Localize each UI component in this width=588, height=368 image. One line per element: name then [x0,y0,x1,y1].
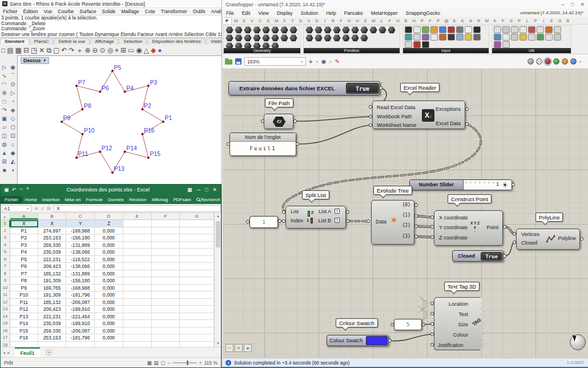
cell-D9[interactable]: 0,000 [95,277,123,285]
port-excel-data[interactable]: Excel Data [436,121,461,126]
port-list-b[interactable]: List B [318,218,331,223]
component-icon[interactable] [360,26,368,34]
gh-menu-pancake[interactable]: Pancake [340,10,367,17]
cell-B8[interactable]: 185,132 [38,270,67,278]
component-icon[interactable] [413,34,421,41]
component-icon[interactable] [289,34,297,42]
component-icon[interactable] [473,26,481,33]
component-icon[interactable] [235,42,243,48]
component-icon[interactable] [494,34,501,41]
component-icon[interactable] [324,26,332,34]
rhino-sidebar-tool-3[interactable]: ⌒ [9,73,17,79]
cell-F8[interactable] [152,270,180,278]
cell-G8[interactable] [180,270,214,278]
cancel-icon[interactable]: ✕ [34,206,38,211]
cell-E4[interactable] [123,242,152,249]
cell-E15[interactable] [123,320,152,327]
row-header-10[interactable]: 10 [1,285,10,292]
minimize-icon[interactable]: ─ [561,2,565,7]
row-header-18[interactable]: 18 [1,342,10,347]
node-panel-sheet-name[interactable]: Nom de l'onglet Feuil1 [229,133,296,156]
rhino-toolbar-icon-10[interactable]: ＋ [76,46,83,55]
gh-category-tab-42[interactable]: B [564,18,572,23]
cell-A15[interactable]: P14 [10,320,38,327]
gh-category-tab-20[interactable]: F [386,18,394,23]
port-data[interactable]: Data [376,219,386,225]
port-index[interactable]: Index [291,218,303,223]
cell-E3[interactable] [123,234,152,242]
table-row[interactable]: 4P3259,330-131,8890,000 [1,242,214,249]
component-icon[interactable] [235,26,243,34]
column-header-F[interactable]: F [152,213,180,219]
redo-icon[interactable]: ↷ [19,187,23,193]
group-tool-icon[interactable]: ● [244,344,252,352]
rhino-sidebar-tool-14[interactable]: ▱ [1,124,8,131]
component-icon[interactable] [280,34,288,42]
rhino-tab-définir-la-vue[interactable]: Définir la vue [54,38,90,45]
chevron-down-icon[interactable]: ▼ [26,187,30,193]
node-panel-index[interactable]: 1 [249,216,278,228]
cell-F10[interactable] [152,285,180,292]
sketch-tool-icon[interactable]: 〜 [225,344,233,352]
node-split-list[interactable]: List Index 2 1 List A Y List B Y [285,206,346,229]
zoom-slider[interactable] [173,362,197,363]
component-icon[interactable] [413,41,421,48]
component-icon[interactable] [271,34,279,42]
rhino-menu-vue[interactable]: Vue [41,8,55,15]
rhino-sidebar-tool-9[interactable]: ◔ [9,98,17,105]
port-vertices[interactable]: Vertices [521,231,539,237]
component-icon[interactable] [225,34,233,42]
rhino-toolbar-icon-8[interactable]: ↶ [61,46,67,54]
rhino-toolbar-icon-1[interactable]: ▤ [7,46,13,54]
component-icon[interactable] [413,26,421,33]
cell-D2[interactable]: 0,000 [95,227,123,235]
component-icon[interactable] [554,26,561,33]
cell-G18[interactable] [180,342,214,347]
cell-G14[interactable] [180,313,214,321]
rhino-toolbar-icon-18[interactable]: ◉ [136,46,142,54]
node-text-tag-3d[interactable]: Location Text Size Colour Justification … [434,297,484,350]
row-header-17[interactable]: 17 [1,334,10,342]
sheet-tab-feuil1[interactable]: Feuil1 [15,347,41,357]
excel-tab-pdfsam[interactable]: PDFsam [171,196,194,203]
gh-category-tab-29[interactable]: K [458,18,466,23]
cell-C8[interactable]: -131,889 [66,270,95,278]
gh-category-tab-1[interactable]: M [232,18,240,23]
cell-B7[interactable]: 209,423 [38,263,67,270]
gh-category-tab-2[interactable]: S [240,18,248,23]
table-row[interactable]: 2P1274,697-168,9880,000 [1,227,214,235]
cell-D3[interactable]: 0,000 [95,234,123,242]
component-icon[interactable] [511,26,518,33]
grasshopper-category-tabs[interactable]: PMSVCSMXTDVDIRFHHSWLFHBHPFP@EKARMKPSPLPI… [222,17,588,25]
canvas-compass[interactable] [570,334,586,350]
cell-B14[interactable]: 222,231 [38,313,67,321]
row-header-5[interactable]: 5 [1,249,10,256]
cell-E7[interactable] [123,263,152,270]
slider-track[interactable]: 1 [464,180,512,190]
flatten-icon[interactable]: Y [335,218,340,223]
component-icon[interactable] [545,34,553,41]
enter-icon[interactable]: ✓ [41,206,45,211]
table-row[interactable]: 6P5222,231-116,5220,000 [1,256,214,263]
row-header-1[interactable]: 1 [1,220,10,227]
cell-C11[interactable]: -181,796 [66,291,95,299]
rhino-menu-cote[interactable]: Cote [142,8,158,15]
port-x-coordinate[interactable]: X coordinate [439,215,468,221]
flatten-icon[interactable]: Y [335,209,340,214]
port-branch-3[interactable]: {3} [402,234,410,239]
component-icon[interactable] [422,41,429,48]
gh-category-tab-36[interactable]: P [515,18,523,23]
excel-search[interactable]: Recherch [194,196,221,203]
row-header-16[interactable]: 16 [1,327,10,335]
gh-menu-metahopper[interactable]: MetaHopper [367,10,402,17]
gh-menu-edit[interactable]: Edit [238,10,255,17]
component-icon[interactable] [502,26,510,33]
component-icon[interactable] [324,34,332,42]
gh-category-tab-12[interactable]: I [321,18,329,23]
component-icon[interactable] [494,26,501,33]
port-polyline-out[interactable]: Polyline [558,235,576,241]
gh-category-tab-28[interactable]: E [450,18,458,23]
cell-D18[interactable] [95,342,123,347]
cell-B18[interactable] [38,342,67,347]
rhino-toolbar-icon-11[interactable]: ⊕ [84,46,90,54]
